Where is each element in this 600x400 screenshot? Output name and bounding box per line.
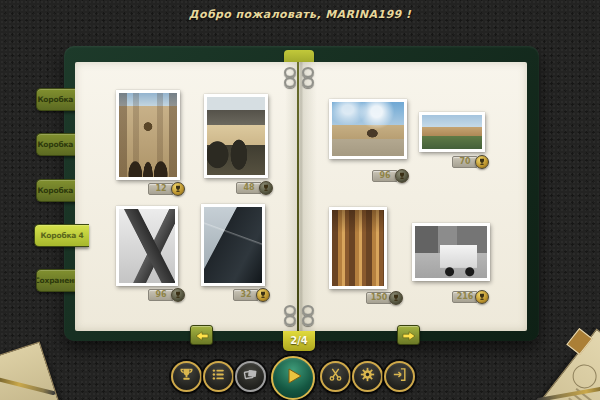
trophies-button[interactable]	[171, 361, 202, 392]
prev-page-button[interactable]	[190, 325, 213, 345]
puzzle-thumb-panorama[interactable]	[419, 112, 485, 152]
play-button[interactable]	[271, 356, 315, 400]
trophy-icon	[389, 291, 403, 305]
photo-image	[422, 115, 482, 149]
puzzle-list-button[interactable]	[203, 361, 234, 392]
photos-icon	[242, 366, 259, 387]
piece-count-badge: 150	[366, 291, 403, 305]
spiral-ring	[284, 305, 314, 313]
welcome-message: Добро пожаловать, MARINA199 !	[0, 8, 600, 21]
piece-count-badge: 216	[452, 290, 489, 304]
page-indicator: 2/4	[283, 331, 315, 351]
my-photos-button[interactable]	[235, 361, 266, 392]
piece-count-badge: 70	[452, 155, 489, 169]
gear-icon	[359, 366, 376, 387]
photo-image	[332, 102, 404, 156]
trophy-icon	[178, 366, 195, 387]
sidebar-tab-box-4[interactable]: Коробка 4	[34, 224, 89, 247]
trophy-icon	[256, 288, 270, 302]
trophy-icon	[395, 169, 409, 183]
exit-button[interactable]	[384, 361, 415, 392]
game-screen: Добро пожаловать, MARINA199 ! Коробка 1 …	[0, 0, 600, 400]
spiral-ring	[284, 315, 314, 323]
photo-image	[207, 97, 265, 175]
piece-count-badge: 32	[233, 288, 270, 302]
trophy-icon	[475, 155, 489, 169]
puzzle-thumb-cathedral-interior[interactable]	[329, 207, 387, 289]
spiral-ring	[284, 67, 314, 75]
toolbar	[171, 361, 415, 400]
spiral-ring	[284, 77, 314, 85]
trophy-icon	[171, 288, 185, 302]
piece-count-badge: 48	[236, 181, 273, 195]
photo-image	[332, 210, 384, 286]
trophy-icon	[171, 182, 185, 196]
play-icon	[281, 364, 305, 392]
cut-puzzle-button[interactable]	[320, 361, 351, 392]
puzzle-thumb-notre-dame[interactable]	[116, 90, 180, 180]
photo-image	[119, 93, 177, 177]
piece-count-badge: 96	[372, 169, 409, 183]
arrow-left-icon	[195, 326, 209, 345]
tab-label: Коробка 4	[40, 231, 83, 240]
piece-count-badge: 96	[148, 288, 185, 302]
scissors-icon	[327, 366, 344, 387]
puzzle-thumb-pont-neuf[interactable]	[204, 94, 268, 178]
settings-button[interactable]	[352, 361, 383, 392]
trophy-icon	[475, 290, 489, 304]
next-page-button[interactable]	[397, 325, 420, 345]
puzzle-thumb-eiffel-tower[interactable]	[116, 206, 178, 286]
puzzle-thumb-louvre-pyramid[interactable]	[201, 204, 265, 286]
trophy-icon	[259, 181, 273, 195]
puzzle-thumb-vintage-truck[interactable]	[412, 223, 490, 281]
exit-icon	[391, 366, 408, 387]
puzzle-thumb-louvre-courtyard[interactable]	[329, 99, 407, 159]
arrow-right-icon	[402, 326, 416, 345]
photo-image	[119, 209, 175, 283]
photo-image	[204, 207, 262, 283]
piece-count-badge: 12	[148, 182, 185, 196]
list-icon	[210, 366, 227, 387]
album-spine	[297, 62, 299, 331]
photo-image	[415, 226, 487, 278]
